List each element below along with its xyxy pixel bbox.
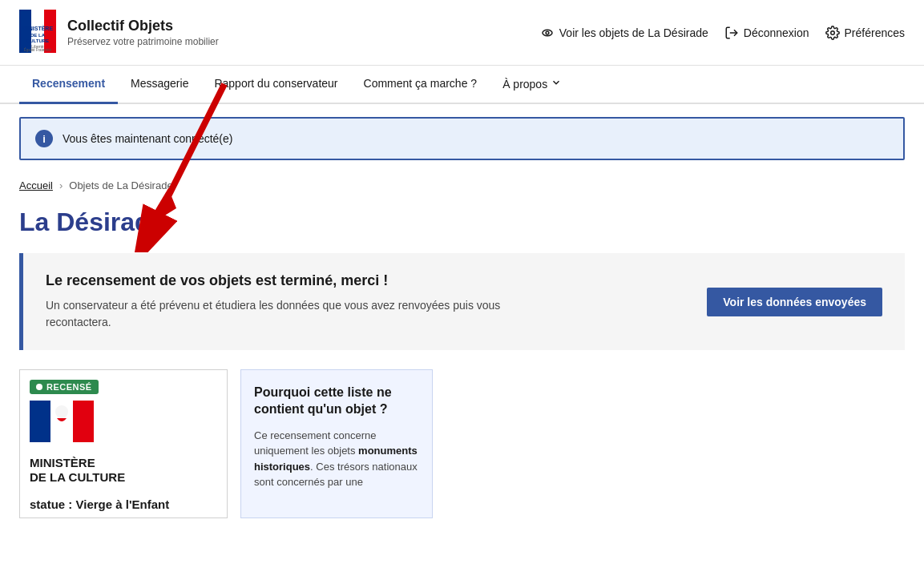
ministere-line1: MINISTÈRE — [30, 456, 217, 470]
completion-card-content: Le recensement de vos objets est terminé… — [46, 272, 510, 331]
svg-rect-3 — [44, 10, 56, 53]
page-title: La Désirade — [0, 198, 924, 253]
info-box: Pourquoi cette liste ne contient qu'un o… — [240, 369, 433, 518]
svg-text:Égalité Fraternité: Égalité Fraternité — [24, 47, 52, 52]
alert-banner: i Vous êtes maintenant connecté(e) — [19, 117, 905, 160]
badge-dot — [36, 384, 42, 390]
object-name: statue : Vierge à l'Enfant — [20, 491, 227, 518]
svg-text:DE LA: DE LA — [30, 33, 46, 38]
svg-point-10 — [546, 31, 549, 34]
nav-list: Recensement Messagerie Rapport du conser… — [19, 66, 905, 103]
cards-row: RECENSÉ MINISTÈRE DE LA CULTURE statue :… — [0, 369, 924, 518]
info-box-heading: Pourquoi cette liste ne contient qu'un o… — [254, 385, 419, 418]
main-nav: Recensement Messagerie Rapport du conser… — [0, 66, 924, 104]
ministry-logo: MINISTÈRE DE LA CULTURE Liberté Égalité … — [19, 10, 56, 55]
view-data-button[interactable]: Voir les données envoyées — [707, 288, 882, 316]
info-box-body: Ce recensement concerne uniquement les o… — [254, 428, 419, 490]
nav-item-recensement[interactable]: Recensement — [19, 66, 118, 104]
nav-item-comment[interactable]: Comment ça marche ? — [351, 66, 490, 104]
svg-point-12 — [830, 30, 834, 34]
info-icon: i — [35, 130, 53, 147]
svg-rect-1 — [19, 10, 31, 53]
site-name: Collectif Objets — [67, 18, 219, 35]
object-card-logo — [20, 401, 227, 451]
breadcrumb: Accueil › Objets de La Désirade — [0, 173, 924, 198]
recensé-badge: RECENSÉ — [30, 380, 99, 394]
svg-rect-15 — [73, 401, 94, 442]
ministere-text-area: MINISTÈRE DE LA CULTURE — [20, 451, 227, 491]
completion-card: Le recensement de vos objets est terminé… — [19, 253, 905, 350]
alert-text: Vous êtes maintenant connecté(e) — [63, 132, 232, 145]
chevron-down-icon — [551, 77, 562, 91]
svg-point-16 — [55, 405, 68, 418]
preferences-link[interactable]: Préférences — [825, 26, 905, 40]
header-actions: Voir les objets de La Désirade Déconnexi… — [540, 26, 905, 40]
nav-item-messagerie[interactable]: Messagerie — [118, 66, 201, 104]
logout-link[interactable]: Déconnexion — [724, 26, 809, 40]
nav-item-apropos[interactable]: À propos — [490, 66, 575, 104]
logout-icon — [724, 26, 739, 40]
eye-icon — [540, 26, 555, 40]
site-subtitle: Préservez votre patrimoine mobilier — [67, 36, 219, 47]
object-card[interactable]: RECENSÉ MINISTÈRE DE LA CULTURE statue :… — [19, 369, 228, 518]
completion-body: Un conservateur a été prévenu et étudier… — [46, 297, 510, 331]
completion-heading: Le recensement de vos objets est terminé… — [46, 272, 510, 289]
breadcrumb-home[interactable]: Accueil — [19, 179, 53, 191]
nav-item-rapport[interactable]: Rapport du conservateur — [201, 66, 350, 104]
svg-text:MINISTÈRE: MINISTÈRE — [22, 25, 53, 31]
ministere-line2: DE LA CULTURE — [30, 470, 217, 485]
site-name-group: Collectif Objets Préservez votre patrimo… — [67, 18, 219, 48]
breadcrumb-separator: › — [59, 179, 63, 191]
site-header: MINISTÈRE DE LA CULTURE Liberté Égalité … — [0, 0, 924, 66]
breadcrumb-current: Objets de La Désirade — [69, 179, 172, 191]
svg-text:CULTURE: CULTURE — [26, 38, 49, 43]
gear-icon — [825, 26, 840, 40]
logo-area: MINISTÈRE DE LA CULTURE Liberté Égalité … — [19, 10, 228, 55]
view-objects-link[interactable]: Voir les objets de La Désirade — [540, 26, 708, 40]
svg-rect-13 — [30, 401, 50, 442]
